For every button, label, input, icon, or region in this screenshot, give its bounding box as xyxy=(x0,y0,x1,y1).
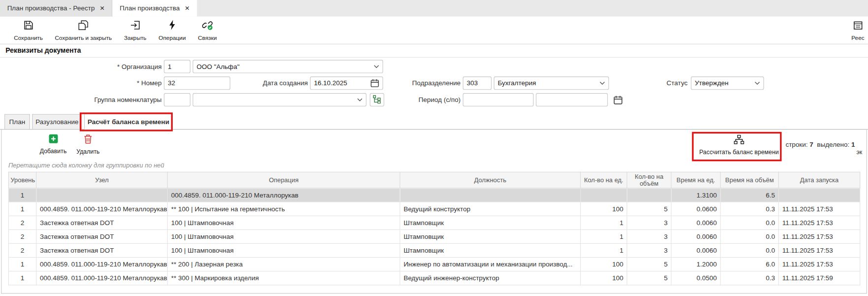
column-header-6[interactable]: Кол-во на объём xyxy=(627,172,671,188)
grid-cell xyxy=(36,188,168,202)
status-select[interactable]: Утвержден xyxy=(691,76,764,90)
table-row[interactable]: 2Застежка ответная DOT100 | Штамповочная… xyxy=(8,243,860,257)
table-row[interactable]: 1000.4859. 011.000-119-210 Металлорукав*… xyxy=(8,258,860,271)
column-header-1[interactable]: Уровень xyxy=(8,172,36,188)
group-by-hint: Перетащите сюда колонку для группировки … xyxy=(1,162,866,172)
column-header-2[interactable]: Узел xyxy=(36,172,168,188)
selected-count-label: выделено: xyxy=(817,141,849,149)
window-tab-label: План производства - Реестр xyxy=(7,4,95,12)
document-tab-strip: План Разузлование Расчёт баланса времени xyxy=(0,113,868,130)
add-button-label: Добавить xyxy=(40,147,67,154)
grid-header-row: УровеньУзелОперацияДолжностьКол-во на ед… xyxy=(8,172,860,188)
grid-cell: 1 xyxy=(8,258,36,271)
grid-cell: ** 200 | Лазерная резка xyxy=(167,258,400,271)
tab-close-icon[interactable]: ✕ xyxy=(100,5,105,12)
close-button[interactable]: Закрыть xyxy=(118,17,153,43)
grid-cell: 0.3 xyxy=(720,271,778,285)
tab-time-balance[interactable]: Расчёт баланса времени xyxy=(84,114,173,130)
operations-icon xyxy=(168,19,177,33)
delete-button[interactable]: Удалить xyxy=(74,134,103,155)
period-from-input[interactable] xyxy=(463,93,534,106)
grid-cell: Застежка ответная DOT xyxy=(36,243,168,257)
nomenclature-tree-button[interactable] xyxy=(370,93,384,106)
department-code-input[interactable]: 303 xyxy=(463,76,492,90)
grid-cell xyxy=(581,188,627,202)
window-tab-plan[interactable]: План производства ✕ xyxy=(113,0,198,17)
save-close-icon xyxy=(78,20,89,33)
links-icon xyxy=(202,19,213,33)
add-button[interactable]: Добавить xyxy=(37,134,69,154)
grid-cell: 0.0600 xyxy=(671,202,720,216)
grid-cell: 0.0060 xyxy=(671,216,720,230)
window-tab-bar: План производства - Реестр ✕ План произв… xyxy=(0,0,868,17)
table-row[interactable]: 2Застежка ответная DOT100 | Штамповочная… xyxy=(8,216,860,230)
grid-cell: Ведущий конструктор xyxy=(400,202,581,216)
grid-cell: Штамповщик xyxy=(400,230,581,243)
column-header-7[interactable]: Время на ед. xyxy=(671,172,720,188)
rows-count-value: 7 xyxy=(809,141,813,149)
grid-cell: 100 xyxy=(581,271,627,285)
data-grid: УровеньУзелОперацияДолжностьКол-во на ед… xyxy=(8,172,860,286)
organization-select[interactable]: ООО "Альфа" xyxy=(193,60,383,73)
save-and-close-button[interactable]: Сохранить и закрыть xyxy=(49,17,118,43)
grid-cell: 000.4859. 011.000-119-210 Металлорукав xyxy=(36,258,168,271)
grid-cell: 1 xyxy=(8,188,36,202)
table-row[interactable]: 1000.4859. 011.000-119-210 Металлорукав*… xyxy=(8,271,860,285)
document-form: * Организация 1 ООО "Альфа" * Номер 32 Д… xyxy=(0,58,868,113)
grid-body: 1000.4859. 011.000-119-210 Металлорукав1… xyxy=(8,188,860,285)
calc-balance-icon xyxy=(734,134,745,147)
calendar-icon[interactable] xyxy=(371,79,379,88)
links-button-label: Связки xyxy=(198,34,217,41)
department-select[interactable]: Бухгалтерия xyxy=(494,76,609,90)
column-header-3[interactable]: Операция xyxy=(167,172,400,188)
save-and-close-button-label: Сохранить и закрыть xyxy=(55,34,112,41)
grid-cell: 1 xyxy=(8,202,36,216)
column-header-4[interactable]: Должность xyxy=(400,172,581,188)
main-toolbar: Сохранить Сохранить и закрыть Закрыть Оп… xyxy=(0,17,868,44)
save-button-label: Сохранить xyxy=(14,34,43,41)
table-row[interactable]: 1000.4859. 011.000-119-210 Металлорукав*… xyxy=(8,202,860,216)
grid-cell: 11.11.2025 17:53 xyxy=(778,230,860,243)
department-label: Подразделение xyxy=(403,76,461,90)
operations-button[interactable]: Операции xyxy=(153,17,192,43)
grid-cell: 5 xyxy=(627,202,671,216)
grid-cell: 0.0060 xyxy=(671,230,720,243)
organization-code-input[interactable]: 1 xyxy=(164,60,190,73)
number-input[interactable]: 32 xyxy=(164,76,230,90)
calculate-balance-button[interactable]: Рассчитать баланс времени xyxy=(697,134,781,155)
nomenclature-group-code-input[interactable] xyxy=(164,93,190,106)
chevron-down-icon xyxy=(754,81,760,85)
grid-cell: 0.0500 xyxy=(671,271,720,285)
column-header-9[interactable]: Дата запуска xyxy=(778,172,860,188)
grid-cell: 1.2000 xyxy=(671,258,720,271)
tab-razuzlovanie[interactable]: Разузлование xyxy=(32,114,82,129)
status-label: Статус xyxy=(654,76,688,90)
registry-button-label: Реес xyxy=(851,34,864,41)
operations-button-label: Операции xyxy=(158,34,186,41)
period-to-input[interactable] xyxy=(536,93,608,106)
tab-plan[interactable]: План xyxy=(4,114,30,129)
column-header-5[interactable]: Кол-во на ед. xyxy=(581,172,627,188)
save-button[interactable]: Сохранить xyxy=(8,17,49,43)
period-label: Период (с/по) xyxy=(403,93,461,106)
links-button[interactable]: Связки xyxy=(192,17,223,43)
grid-cell: 100 | Штамповочная xyxy=(167,230,400,243)
add-icon xyxy=(48,134,58,146)
nomenclature-group-label: Группа номенклатуры xyxy=(79,93,162,106)
table-row[interactable]: 2Застежка ответная DOT100 | Штамповочная… xyxy=(8,230,860,243)
calendar-icon[interactable] xyxy=(614,96,623,105)
registry-icon xyxy=(853,20,863,33)
registry-button[interactable]: Реес xyxy=(849,18,867,43)
nomenclature-group-select[interactable] xyxy=(193,93,367,106)
calculate-balance-button-label: Рассчитать баланс времени xyxy=(699,149,779,156)
column-header-8[interactable]: Время на объём xyxy=(720,172,778,188)
window-tab-registry[interactable]: План производства - Реестр ✕ xyxy=(0,0,113,17)
tree-select-icon xyxy=(372,95,381,105)
table-row[interactable]: 1000.4859. 011.000-119-210 Металлорукав1… xyxy=(8,188,860,202)
section-title: Реквизиты документа xyxy=(0,44,868,58)
creation-date-input[interactable]: 16.10.2025 xyxy=(310,76,383,90)
tab-close-icon[interactable]: ✕ xyxy=(185,5,189,12)
grid-cell: 3 xyxy=(627,243,671,257)
grid-cell: 0.0 xyxy=(720,216,778,230)
grid-cell: Штамповщик xyxy=(400,243,581,257)
